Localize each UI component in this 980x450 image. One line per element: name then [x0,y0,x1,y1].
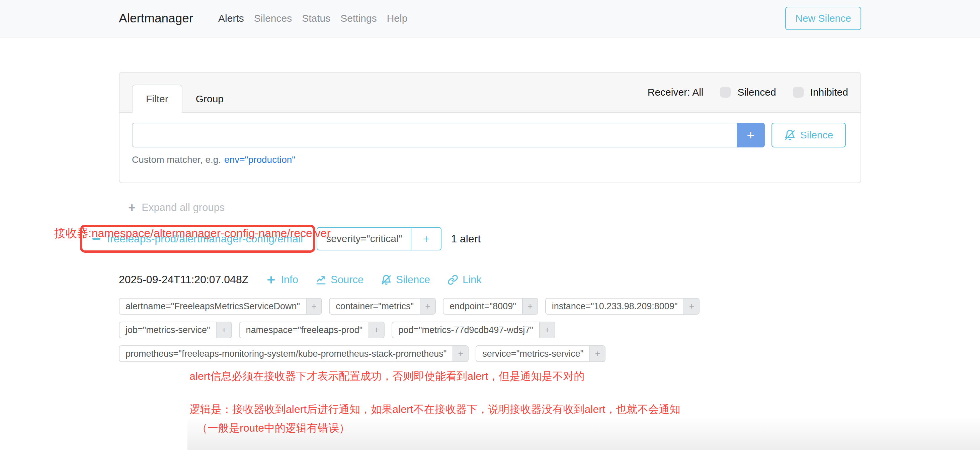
silenced-checkbox[interactable] [720,87,731,98]
add-group-filter-button[interactable]: + [411,228,441,250]
annotation-receiver-note: 接收器:namespace/altermanager-config-name/r… [54,226,331,241]
alert-count: 1 alert [451,233,480,245]
nav-item-status[interactable]: Status [297,13,336,24]
plus-icon [266,274,277,285]
nav-item-help[interactable]: Help [382,13,413,24]
add-label-filter-button[interactable]: + [539,322,555,338]
alert-timestamp: 2025-09-24T11:20:07.048Z [119,274,248,286]
filter-panel-header: Filter Group Receiver: All Silenced Inhi… [119,73,861,112]
inhibited-toggle[interactable]: Inhibited [793,87,848,98]
receiver-filter-label[interactable]: Receiver: All [648,87,703,98]
action-link-label: Link [463,274,482,286]
inhibited-label: Inhibited [810,87,848,98]
alert-label-tag: endpoint="8009" + [443,298,538,315]
add-label-filter-button[interactable]: + [684,299,699,314]
alert-groups: + Expand all groups 接收器:namespace/alterm… [119,201,861,436]
hint-text: Custom matcher, e.g. [132,154,221,165]
bell-slash-icon [784,129,795,141]
alert-meta-row: 2025-09-24T11:20:07.048Z Info Source Sil… [119,274,861,286]
navbar-brand[interactable]: Alertmanager [119,11,193,25]
filter-panel-body: + Silence Custom matcher, e.g.env="produ… [119,112,861,182]
tab-filter[interactable]: Filter [132,85,182,112]
alert-labels: alertname="FreeleapsMetricsServiceDown" … [119,298,861,362]
nav-item-silences[interactable]: Silences [249,13,297,24]
add-label-filter-button[interactable]: + [420,299,435,314]
alert-label-tag: job="metrics-service" + [119,322,232,338]
add-label-filter-button[interactable]: + [216,322,231,338]
inhibited-checkbox[interactable] [793,87,803,98]
label-pod[interactable]: pod="metrics-77d9cdb497-wdsj7" [392,322,539,338]
add-label-filter-button[interactable]: + [522,299,538,314]
action-source[interactable]: Source [316,274,363,286]
label-container[interactable]: container="metrics" [330,299,420,314]
add-label-filter-button[interactable]: + [306,299,321,314]
silence-filter-label: Silence [800,129,833,141]
add-label-filter-button[interactable]: + [369,322,384,338]
alert-label-tag: service="metrics-service" + [476,345,606,362]
add-label-filter-button[interactable]: + [589,346,605,361]
alert-label-tag: container="metrics" + [329,298,436,315]
main-nav: Alerts Silences Status Settings Help [213,13,412,24]
alert-label-tag: pod="metrics-77d9cdb497-wdsj7" + [391,322,555,338]
tab-group[interactable]: Group [182,85,237,112]
action-info-label: Info [281,274,298,286]
chart-icon [316,274,326,285]
action-silence[interactable]: Silence [381,274,430,286]
silenced-toggle[interactable]: Silenced [720,87,776,98]
label-namespace[interactable]: namespace="freeleaps-prod" [240,322,369,338]
plus-icon: + [128,201,135,214]
expand-all-label: Expand all groups [142,201,224,214]
annotation-note1: alert信息必须在接收器下才表示配置成功，否则即使能看到alert，但是通知是… [189,369,861,384]
top-navbar: Alertmanager Alerts Silences Status Sett… [0,0,980,38]
annotation-note3: （一般是route中的逻辑有错误） [197,421,861,436]
label-service[interactable]: service="metrics-service" [476,346,589,361]
expand-all-groups[interactable]: + Expand all groups [119,201,861,214]
action-link[interactable]: Link [447,274,482,286]
custom-matcher-hint: Custom matcher, e.g.env="production" [132,154,848,165]
bell-slash-icon [381,274,391,285]
annotation-note2: 逻辑是：接收器收到alert后进行通知，如果alert不在接收器下，说明接收器没… [189,402,861,417]
alert-label-tag: prometheus="freeleaps-monitoring-system/… [119,345,469,362]
add-matcher-button[interactable]: + [737,123,765,147]
label-endpoint[interactable]: endpoint="8009" [444,299,522,314]
action-info[interactable]: Info [266,274,298,286]
link-icon [447,274,458,285]
action-source-label: Source [331,274,363,286]
alert-label-tag: instance="10.233.98.209:8009" + [545,298,700,315]
silence-filter-button[interactable]: Silence [772,123,846,147]
nav-item-settings[interactable]: Settings [336,13,382,24]
label-alertname[interactable]: alertname="FreeleapsMetricsServiceDown" [119,299,306,314]
label-instance[interactable]: instance="10.233.98.209:8009" [546,299,684,314]
alert-label-tag: namespace="freeleaps-prod" + [239,322,385,338]
nav-item-alerts[interactable]: Alerts [213,13,249,24]
new-silence-button[interactable]: New Silence [785,7,861,30]
silenced-label: Silenced [737,87,776,98]
group-matcher: severity="critical" + [317,227,441,250]
severity-matcher-button[interactable]: severity="critical" [317,228,411,250]
action-silence-label: Silence [396,274,430,286]
filter-panel: Filter Group Receiver: All Silenced Inhi… [119,72,861,183]
matcher-example-link[interactable]: env="production" [224,154,295,165]
label-job[interactable]: job="metrics-service" [119,322,216,338]
add-label-filter-button[interactable]: + [452,346,468,361]
matcher-input[interactable] [132,123,737,147]
label-prometheus[interactable]: prometheus="freeleaps-monitoring-system/… [119,346,452,361]
alert-label-tag: alertname="FreeleapsMetricsServiceDown" … [119,298,322,315]
